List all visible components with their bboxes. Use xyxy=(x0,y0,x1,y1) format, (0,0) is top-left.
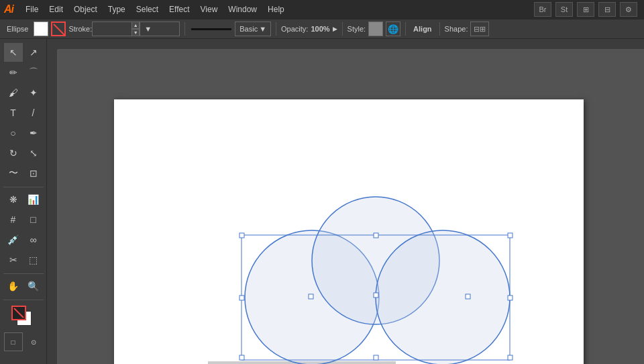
drawing-mode[interactable]: ⊙ xyxy=(24,332,43,351)
left-toolbar: ↖ ↗ ✏ ⌒ 🖌 ✦ T / ○ ✒ ↻ ⤡ 〜 ⊡ ❋ 📊 # □ 💉 ∞ … xyxy=(0,39,47,364)
stroke-up-arrow[interactable]: ▲ xyxy=(131,21,140,29)
style-swatch[interactable] xyxy=(368,21,383,36)
opacity-arrow[interactable]: ▶ xyxy=(333,26,337,32)
top-icons: Br St ⊞ ⊟ ⚙ xyxy=(534,2,637,17)
canvas-workspace xyxy=(47,59,644,364)
shape-label: Shape: xyxy=(445,25,468,33)
ruler-corner xyxy=(47,39,58,50)
stroke-swatch[interactable] xyxy=(51,21,66,36)
stroke-label: Stroke: xyxy=(68,25,92,33)
stroke-dropdown-group: Stroke: ▲ ▼ ▼ xyxy=(68,21,180,36)
svg-line-1 xyxy=(14,308,23,318)
blend-tool[interactable]: ∞ xyxy=(24,230,43,249)
globe-button[interactable]: 🌐 xyxy=(386,21,400,36)
ruler-top xyxy=(58,39,644,50)
divider-1 xyxy=(184,22,185,36)
divider-3 xyxy=(342,22,343,36)
tool-divider-2 xyxy=(3,273,44,274)
gradient-tool[interactable]: □ xyxy=(24,210,43,229)
rotate-tool[interactable]: ↻ xyxy=(4,144,23,163)
pen-tool[interactable]: ✏ xyxy=(4,63,23,82)
tool-row-12: ✋ 🔍 xyxy=(4,277,43,295)
menu-bar: Ai File Edit Object Type Select Effect V… xyxy=(0,0,644,19)
free-transform-tool[interactable]: ⊡ xyxy=(24,164,43,183)
line-tool[interactable]: / xyxy=(24,103,43,122)
line-style-dropdown[interactable]: Basic▼ xyxy=(235,21,271,36)
stroke-width-input[interactable] xyxy=(92,21,132,36)
select-tool[interactable]: ↖ xyxy=(4,43,23,62)
paintbrush-tool[interactable]: 🖌 xyxy=(4,83,23,102)
tool-row-7: 〜 ⊡ xyxy=(4,164,43,183)
menu-window[interactable]: Window xyxy=(223,0,262,19)
stroke-down-arrow[interactable]: ▼ xyxy=(131,29,140,36)
divider-2 xyxy=(276,22,276,36)
opacity-value: 100% xyxy=(311,25,329,33)
hand-tool[interactable]: ✋ xyxy=(4,277,23,295)
line-preview xyxy=(191,28,231,30)
warp-tool[interactable]: 〜 xyxy=(4,164,23,183)
divider-5 xyxy=(439,22,440,36)
tool-row-11: ✂ ⬚ xyxy=(4,251,43,269)
canvas-area xyxy=(47,39,644,364)
direct-select-tool[interactable]: ↗ xyxy=(24,43,43,62)
workspace-icon[interactable]: ⊞ xyxy=(577,2,594,17)
style-label: Style: xyxy=(347,25,366,33)
stroke-color-swatch[interactable] xyxy=(11,306,26,320)
menu-effect[interactable]: Effect xyxy=(164,0,195,19)
shape-icon-button[interactable]: ⊟⊞ xyxy=(470,21,489,36)
scissors-tool[interactable]: ✂ xyxy=(4,251,23,269)
menu-view[interactable]: View xyxy=(195,0,223,19)
tool-row-4: T / xyxy=(4,103,43,122)
tool-row-10: 💉 ∞ xyxy=(4,230,43,249)
tool-row-modes: □ ⊙ xyxy=(4,332,43,351)
line-style-group: Basic▼ xyxy=(190,21,271,36)
tool-row-8: ❋ 📊 xyxy=(4,190,43,209)
stroke-profile-dropdown[interactable]: ▼ xyxy=(140,21,180,36)
divider-4 xyxy=(405,22,406,36)
tool-divider-1 xyxy=(3,187,44,187)
tool-row-2: ✏ ⌒ xyxy=(4,63,43,82)
tool-row-1: ↖ ↗ xyxy=(4,43,43,62)
settings-icon[interactable]: ⚙ xyxy=(620,2,637,17)
mesh-tool[interactable]: # xyxy=(4,210,23,229)
shape-type-label: Ellipse xyxy=(4,25,31,33)
scale-tool[interactable]: ⤡ xyxy=(24,144,43,163)
tool-row-6: ↻ ⤡ xyxy=(4,144,43,163)
ai-logo: Ai xyxy=(4,3,13,15)
menu-type[interactable]: Type xyxy=(103,0,131,19)
menu-file[interactable]: File xyxy=(20,0,44,19)
tool-row-3: 🖌 ✦ xyxy=(4,83,43,102)
lasso-tool[interactable]: ⌒ xyxy=(24,63,43,82)
type-tool[interactable]: T xyxy=(4,103,23,122)
pencil-tool[interactable]: ✒ xyxy=(24,124,43,142)
menu-edit[interactable]: Edit xyxy=(44,0,68,19)
tool-divider-3 xyxy=(3,300,44,300)
options-toolbar: Ellipse Stroke: ▲ ▼ ▼ Basic▼ Opacity: 10… xyxy=(0,19,644,39)
normal-mode[interactable]: □ xyxy=(4,332,23,351)
artboard xyxy=(114,99,584,364)
eyedropper-tool[interactable]: 💉 xyxy=(4,230,23,249)
stroke-arrows: ▲ ▼ xyxy=(131,21,140,36)
fill-swatch[interactable] xyxy=(34,21,48,36)
tool-row-5: ○ ✒ xyxy=(4,124,43,142)
zoom-tool[interactable]: 🔍 xyxy=(24,277,43,295)
color-swatches xyxy=(11,306,36,330)
svg-line-0 xyxy=(54,24,64,35)
bridge-icon[interactable]: Br xyxy=(534,2,551,17)
tool-row-9: # □ xyxy=(4,210,43,229)
align-button[interactable]: Align xyxy=(411,25,435,33)
symbol-tool[interactable]: ❋ xyxy=(4,190,23,209)
menu-select[interactable]: Select xyxy=(131,0,164,19)
menu-help[interactable]: Help xyxy=(262,0,290,19)
stock-icon[interactable]: St xyxy=(555,2,573,17)
artboard-tool[interactable]: ⬚ xyxy=(24,251,43,269)
opacity-label: Opacity: xyxy=(281,25,308,33)
arrange-icon[interactable]: ⊟ xyxy=(598,2,616,17)
blob-tool[interactable]: ✦ xyxy=(24,83,43,102)
column-graph-tool[interactable]: 📊 xyxy=(24,190,43,209)
ellipse-tool[interactable]: ○ xyxy=(4,124,23,142)
canvas-bleed-area xyxy=(208,361,396,364)
menu-object[interactable]: Object xyxy=(68,0,103,19)
